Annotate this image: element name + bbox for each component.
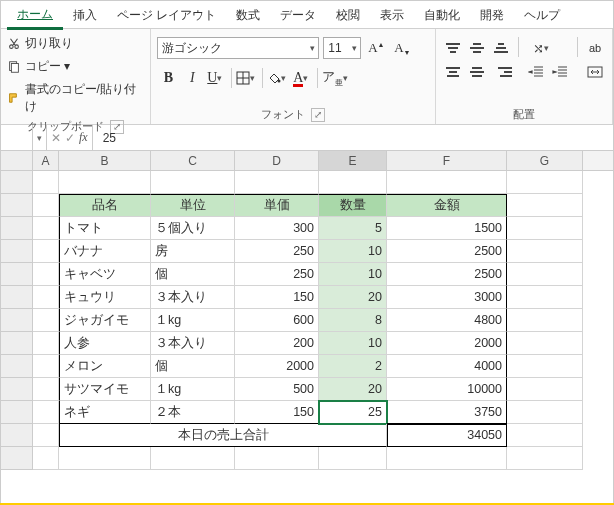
accept-formula-button[interactable]: ✓ <box>65 131 75 145</box>
cell-unit[interactable]: 個 <box>151 263 235 286</box>
row-header[interactable] <box>1 194 33 217</box>
row-header[interactable] <box>1 217 33 240</box>
format-painter-button[interactable]: 書式のコピー/貼り付け <box>7 79 144 117</box>
row-header[interactable] <box>1 240 33 263</box>
total-value[interactable]: 34050 <box>387 424 507 447</box>
align-center-button[interactable] <box>466 61 488 83</box>
cell-name[interactable]: メロン <box>59 355 151 378</box>
decrease-font-button[interactable]: A <box>391 37 413 59</box>
cell-unit[interactable]: １kg <box>151 309 235 332</box>
tab-insert[interactable]: 挿入 <box>63 1 107 28</box>
cell-amount[interactable]: 1500 <box>387 217 507 240</box>
cell-unit[interactable]: ３本入り <box>151 332 235 355</box>
phonetic-button[interactable]: ア亜▾ <box>322 67 351 89</box>
cell-amount[interactable]: 10000 <box>387 378 507 401</box>
col-header-B[interactable]: B <box>59 151 151 170</box>
tab-developer[interactable]: 開発 <box>470 1 514 28</box>
formula-input[interactable]: 25 <box>93 131 116 145</box>
fx-button[interactable]: fx <box>79 130 88 145</box>
italic-button[interactable]: I <box>181 67 203 89</box>
total-label[interactable]: 本日の売上合計 <box>59 424 387 447</box>
col-header-G[interactable]: G <box>507 151 583 170</box>
table-header[interactable]: 金額 <box>387 194 507 217</box>
cell-amount[interactable]: 3000 <box>387 286 507 309</box>
name-box[interactable]: ▾ <box>1 125 47 150</box>
tab-home[interactable]: ホーム <box>7 0 63 30</box>
cell-unit[interactable]: 房 <box>151 240 235 263</box>
cell-name[interactable]: キャベツ <box>59 263 151 286</box>
cell-amount[interactable]: 2500 <box>387 240 507 263</box>
tab-automation[interactable]: 自動化 <box>414 1 470 28</box>
row-header[interactable] <box>1 355 33 378</box>
cell-price[interactable]: 2000 <box>235 355 319 378</box>
row-header[interactable] <box>1 263 33 286</box>
row-header[interactable] <box>1 447 33 470</box>
row-header[interactable] <box>1 309 33 332</box>
font-color-button[interactable]: A▾ <box>291 67 313 89</box>
table-header[interactable]: 品名 <box>59 194 151 217</box>
col-header-E[interactable]: E <box>319 151 387 170</box>
align-bottom-button[interactable] <box>490 37 512 59</box>
cell-unit[interactable]: ５個入り <box>151 217 235 240</box>
cell-qty[interactable]: 25 <box>319 401 387 424</box>
cell-name[interactable]: ジャガイモ <box>59 309 151 332</box>
cell-qty[interactable]: 20 <box>319 286 387 309</box>
cell-amount[interactable]: 2500 <box>387 263 507 286</box>
row-header[interactable] <box>1 286 33 309</box>
font-name-select[interactable]: 游ゴシック▾ <box>157 37 319 59</box>
table-header[interactable]: 単位 <box>151 194 235 217</box>
merge-center-button[interactable] <box>584 61 606 83</box>
spreadsheet-grid[interactable]: A B C D E F G 品名 単位 単価 数量 金額 トマト５個入り3005… <box>1 151 613 505</box>
increase-indent-button[interactable] <box>549 61 571 83</box>
cell-unit[interactable]: 個 <box>151 355 235 378</box>
cell-price[interactable]: 600 <box>235 309 319 332</box>
cell-qty[interactable]: 10 <box>319 240 387 263</box>
cell-price[interactable]: 250 <box>235 240 319 263</box>
cell-price[interactable]: 500 <box>235 378 319 401</box>
col-header-A[interactable]: A <box>33 151 59 170</box>
align-middle-button[interactable] <box>466 37 488 59</box>
cut-button[interactable]: 切り取り <box>7 33 144 54</box>
row-header[interactable] <box>1 401 33 424</box>
row-header[interactable] <box>1 378 33 401</box>
increase-font-button[interactable]: A <box>365 37 387 59</box>
cell-name[interactable]: キュウリ <box>59 286 151 309</box>
bold-button[interactable]: B <box>157 67 179 89</box>
cell-unit[interactable]: ３本入り <box>151 286 235 309</box>
cell-name[interactable]: ネギ <box>59 401 151 424</box>
decrease-indent-button[interactable] <box>525 61 547 83</box>
font-launcher[interactable]: ⤢ <box>311 108 325 122</box>
cell-qty[interactable]: 20 <box>319 378 387 401</box>
cell-amount[interactable]: 4800 <box>387 309 507 332</box>
row-header[interactable] <box>1 171 33 194</box>
cell-qty[interactable]: 8 <box>319 309 387 332</box>
select-all-corner[interactable] <box>1 151 33 170</box>
tab-help[interactable]: ヘルプ <box>514 1 570 28</box>
cell-amount[interactable]: 3750 <box>387 401 507 424</box>
cell-price[interactable]: 200 <box>235 332 319 355</box>
cell-amount[interactable]: 2000 <box>387 332 507 355</box>
align-right-button[interactable] <box>490 61 512 83</box>
tab-data[interactable]: データ <box>270 1 326 28</box>
align-left-button[interactable] <box>442 61 464 83</box>
table-header[interactable]: 単価 <box>235 194 319 217</box>
wrap-text-button[interactable]: ab <box>584 37 606 59</box>
col-header-C[interactable]: C <box>151 151 235 170</box>
tab-view[interactable]: 表示 <box>370 1 414 28</box>
cell-name[interactable]: サツマイモ <box>59 378 151 401</box>
row-header[interactable] <box>1 332 33 355</box>
tab-formula[interactable]: 数式 <box>226 1 270 28</box>
orientation-button[interactable]: ⤭▾ <box>525 37 559 59</box>
col-header-F[interactable]: F <box>387 151 507 170</box>
cell-qty[interactable]: 10 <box>319 263 387 286</box>
cell-unit[interactable]: １kg <box>151 378 235 401</box>
cell-price[interactable]: 250 <box>235 263 319 286</box>
col-header-D[interactable]: D <box>235 151 319 170</box>
chevron-down-icon[interactable]: ▾ <box>32 125 46 150</box>
cell-unit[interactable]: ２本 <box>151 401 235 424</box>
cell-name[interactable]: 人参 <box>59 332 151 355</box>
fill-color-button[interactable]: ▾ <box>267 67 289 89</box>
font-size-select[interactable]: 11▾ <box>323 37 361 59</box>
cell-qty[interactable]: 5 <box>319 217 387 240</box>
cell-name[interactable]: バナナ <box>59 240 151 263</box>
